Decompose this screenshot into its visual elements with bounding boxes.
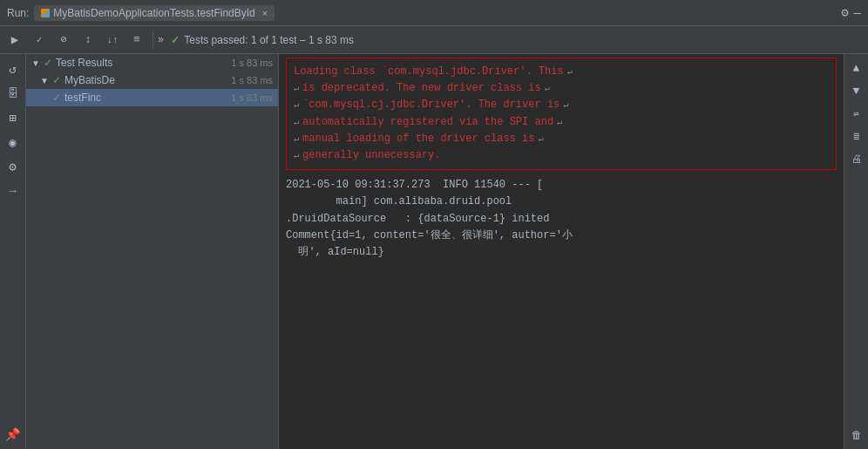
output-panel[interactable]: Loading class `com.mysql.jdbc.Driver'. T… [279,54,844,449]
close-tab-button[interactable]: × [262,8,268,18]
tests-passed-label: Tests passed: 1 of 1 test – 1 s 83 ms [184,34,354,46]
result-time: 1 s 83 ms [231,75,273,85]
warning-text-6: generally unnecessary. [302,147,440,164]
result-label: MyBatisDe [64,74,115,86]
rerun-passed-button[interactable]: ✓ [28,29,51,51]
warning-line-5: ↵ manual loading of the driver class is … [294,131,829,147]
sidebar-pin-icon[interactable]: 📌 [2,423,24,446]
more-button[interactable]: » [158,34,164,46]
warning-line-6: ↵ generally unnecessary. [294,147,829,164]
result-check-icon: ✓ [44,57,52,69]
delete-icon[interactable]: 🗑 [846,425,867,446]
sort-output-icon[interactable]: ≣ [846,126,867,146]
result-time: 1 s 83 ms [231,92,273,103]
wrap-icon-2b: ↵ [545,82,550,96]
wrap-lines-icon[interactable]: ⇌ [846,103,867,124]
result-group-class[interactable]: ▼ ✓ MyBatisDe 1 s 83 ms [26,71,278,89]
sidebar-struct-icon[interactable]: ⊞ [2,106,24,129]
right-sidebar: ▲ ▼ ⇌ ≣ 🖨 🗑 [844,54,868,449]
toolbar: ▶ ✓ ⊘ ↕ ↓↑ ≡ » ✓ Tests passed: 1 of 1 te… [0,26,868,54]
left-sidebar: ↺ 🗄 ⊞ ◉ ⚙ → 📌 [0,54,26,449]
print-icon[interactable]: 🖨 [846,148,867,169]
warning-line-4: ↵ automatically registered via the SPI a… [294,114,829,131]
wrap-icon-3b: ↵ [563,99,568,112]
warning-text-4: automatically registered via the SPI and [302,114,553,131]
warning-box: Loading class `com.mysql.jdbc.Driver'. T… [286,58,837,170]
settings-icon[interactable]: ⚙ [841,5,848,20]
warning-line-3: ↵ `com.mysql.cj.jdbc.Driver'. The driver… [294,97,829,113]
result-check-icon: ✓ [52,74,61,86]
sort-desc-button[interactable]: ↓↑ [101,29,124,51]
warning-text-2: is deprecated. The new driver class is [302,80,541,97]
wrap-icon-3: ↵ [294,99,299,112]
expand-arrow-icon: ▼ [31,58,40,68]
wrap-icon-6: ↵ [294,149,299,163]
wrap-icon-5b: ↵ [538,133,543,146]
warning-text-1: Loading class `com.mysql.jdbc.Driver'. T… [294,64,564,80]
warning-line-1: Loading class `com.mysql.jdbc.Driver'. T… [294,64,829,80]
result-check-icon: ✓ [52,92,61,104]
minimize-icon[interactable]: — [854,6,861,20]
wrap-icon-1: ↵ [567,65,573,79]
toolbar-separator [153,31,153,49]
sort-button[interactable]: ↕ [77,29,99,51]
main-content: ↺ 🗄 ⊞ ◉ ⚙ → 📌 ▼ ✓ Test Results 1 s 83 ms… [0,54,868,449]
wrap-icon-4: ↵ [294,116,299,130]
result-time: 1 s 83 ms [231,58,273,68]
run-tab-icon [41,9,50,17]
result-label: Test Results [56,57,112,69]
wrap-icon-5: ↵ [294,133,299,146]
sidebar-camera-icon[interactable]: ◉ [2,131,24,153]
run-tab-label: MyBatisDemoApplicationTests.testFindById [53,7,254,19]
warning-text-5: manual loading of the driver class is [302,131,534,147]
top-bar: Run: MyBatisDemoApplicationTests.testFin… [0,0,868,26]
wrap-icon-4b: ↵ [557,116,562,130]
result-label: testFinc [64,92,101,104]
stop-button[interactable]: ⊘ [52,29,75,51]
sidebar-rerun-icon[interactable]: ↺ [2,58,24,80]
scroll-up-icon[interactable]: ▲ [846,58,867,78]
result-test-item[interactable]: ✓ testFinc 1 s 83 ms [26,89,278,106]
expand-arrow-icon: ▼ [40,76,49,85]
run-tab[interactable]: MyBatisDemoApplicationTests.testFindById… [34,5,275,21]
sidebar-cog-icon[interactable]: ⚙ [2,155,24,178]
run-button[interactable]: ▶ [3,29,26,51]
test-results-panel: ▼ ✓ Test Results 1 s 83 ms ▼ ✓ MyBatisDe… [26,54,279,449]
pass-check-icon: ✓ [171,34,180,46]
scroll-down-icon[interactable]: ▼ [846,80,867,101]
sidebar-login-icon[interactable]: → [2,180,24,202]
warning-line-2: ↵ is deprecated. The new driver class is… [294,80,829,97]
warning-text-3: `com.mysql.cj.jdbc.Driver'. The driver i… [302,97,559,113]
log-output: 2021-05-10 09:31:37.273 INFO 11540 --- [… [286,177,837,261]
tests-passed-status: ✓ Tests passed: 1 of 1 test – 1 s 83 ms [171,34,354,46]
align-button[interactable]: ≡ [125,29,148,51]
wrap-icon-2: ↵ [294,82,299,96]
run-label: Run: [7,7,29,19]
result-group-root[interactable]: ▼ ✓ Test Results 1 s 83 ms [26,54,278,71]
sidebar-db-icon[interactable]: 🗄 [2,82,24,105]
